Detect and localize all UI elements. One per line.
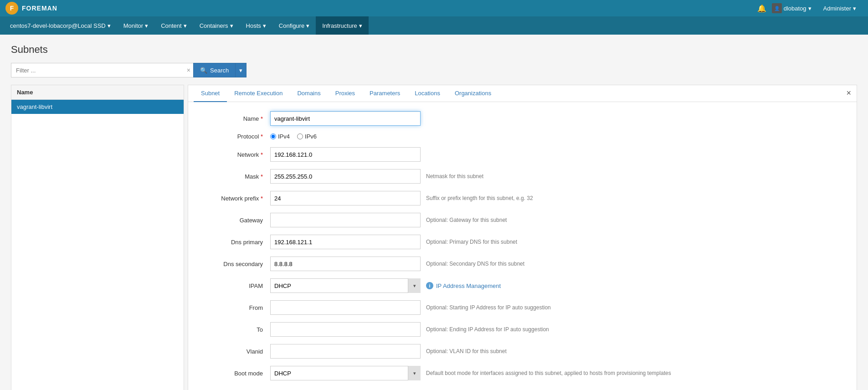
dns-primary-label: Dns primary: [202, 239, 270, 246]
vlanid-hint: Optional: VLAN ID for this subnet: [426, 348, 507, 354]
boot-mode-row: Boot mode DHCP Static ▾ Default boot mod…: [202, 366, 843, 380]
nav-chevron-hosts-icon: ▾: [263, 22, 266, 29]
search-dropdown-chevron-icon: ▾: [239, 67, 242, 74]
username-label: dlobatog: [784, 5, 806, 12]
boot-mode-hint: Default boot mode for interfaces assigne…: [426, 370, 671, 376]
nav-chevron-configure-icon: ▾: [306, 22, 309, 29]
dns-secondary-field[interactable]: [270, 257, 421, 271]
close-icon[interactable]: ×: [846, 89, 851, 97]
tab-remote-execution[interactable]: Remote Execution: [227, 85, 290, 102]
mask-field[interactable]: [270, 169, 421, 184]
name-label: Name: [202, 115, 270, 122]
from-hint: Optional: Starting IP Address for IP aut…: [426, 304, 551, 311]
nav-chevron-monitor-icon: ▾: [145, 22, 148, 29]
from-row: From Optional: Starting IP Address for I…: [202, 300, 843, 315]
clear-search-icon[interactable]: ×: [187, 67, 190, 74]
nav-chevron-content-icon: ▾: [184, 22, 187, 29]
top-bar-right: 🔔 👤 dlobatog ▾ Administer ▾: [757, 3, 863, 13]
left-panel: Name vagrant-libvirt: [11, 85, 184, 390]
network-field[interactable]: [270, 147, 421, 162]
tab-organizations[interactable]: Organizations: [447, 85, 498, 102]
boot-mode-select[interactable]: DHCP Static: [270, 366, 421, 380]
ipam-select[interactable]: DHCP None Random DB: [270, 278, 421, 293]
dns-secondary-label: Dns secondary: [202, 261, 270, 267]
ipam-info: i IP Address Management: [426, 282, 501, 289]
gateway-field[interactable]: [270, 213, 421, 227]
ipv6-radio-label[interactable]: IPv6: [297, 133, 317, 140]
boot-mode-label: Boot mode: [202, 370, 270, 377]
ipv6-label: IPv6: [305, 133, 317, 140]
protocol-label: Protocol: [202, 133, 270, 140]
network-prefix-label: Network prefix: [202, 195, 270, 202]
context-selector[interactable]: centos7-devel-lobacorp@Local SSD ▾: [4, 16, 117, 35]
ipv6-radio[interactable]: [297, 133, 303, 139]
dns-primary-field[interactable]: [270, 235, 421, 249]
nav-label-infrastructure: Infrastructure: [322, 22, 357, 29]
gateway-label: Gateway: [202, 217, 270, 224]
vlanid-label: Vlanid: [202, 348, 270, 355]
network-prefix-field[interactable]: [270, 191, 421, 205]
boot-mode-select-wrapper: DHCP Static ▾: [270, 366, 421, 380]
tab-proxies[interactable]: Proxies: [328, 85, 362, 102]
administer-menu[interactable]: Administer ▾: [817, 5, 863, 12]
search-bar: × 🔍 Search ▾: [11, 63, 857, 77]
user-menu[interactable]: 👤 dlobatog ▾: [772, 3, 812, 13]
name-row: Name: [202, 111, 843, 126]
avatar: 👤: [772, 3, 782, 13]
right-panel: × Subnet Remote Execution Domains Proxie…: [188, 85, 857, 390]
ipv4-label: IPv4: [278, 133, 290, 140]
ipv4-radio[interactable]: [270, 133, 276, 139]
mask-label: Mask: [202, 173, 270, 180]
nav-items: centos7-devel-lobacorp@Local SSD ▾ Monit…: [4, 16, 369, 35]
administer-chevron-icon: ▾: [853, 5, 856, 12]
from-field[interactable]: [270, 300, 421, 315]
dns-secondary-hint: Optional: Secondary DNS for this subnet: [426, 261, 524, 267]
nav-label-content: Content: [161, 22, 182, 29]
foreman-logo: F: [5, 2, 18, 15]
tab-domains[interactable]: Domains: [290, 85, 328, 102]
vlanid-row: Vlanid Optional: VLAN ID for this subnet: [202, 344, 843, 359]
ipam-link[interactable]: IP Address Management: [436, 282, 501, 289]
notification-bell-icon[interactable]: 🔔: [757, 4, 766, 13]
top-bar: F FOREMAN 🔔 👤 dlobatog ▾ Administer ▾: [0, 0, 868, 16]
ipv4-radio-label[interactable]: IPv4: [270, 133, 290, 140]
nav-item-hosts[interactable]: Hosts ▾: [240, 16, 272, 35]
nav-item-infrastructure[interactable]: Infrastructure ▾: [316, 16, 369, 35]
nav-label-monitor: Monitor: [123, 22, 143, 29]
nav-item-configure[interactable]: Configure ▾: [272, 16, 316, 35]
protocol-row: Protocol IPv4 IPv6: [202, 133, 843, 140]
nav-chevron-containers-icon: ▾: [230, 22, 233, 29]
dns-primary-hint: Optional: Primary DNS for this subnet: [426, 239, 517, 245]
to-label: To: [202, 326, 270, 333]
foreman-title: FOREMAN: [22, 5, 57, 12]
tab-locations[interactable]: Locations: [407, 85, 447, 102]
name-field[interactable]: [270, 111, 421, 126]
info-icon[interactable]: i: [426, 282, 433, 289]
mask-row: Mask Netmask for this subnet: [202, 169, 843, 184]
nav-chevron-infrastructure-icon: ▾: [359, 22, 362, 29]
to-field[interactable]: [270, 322, 421, 337]
nav-item-containers[interactable]: Containers ▾: [193, 16, 240, 35]
nav-item-monitor[interactable]: Monitor ▾: [117, 16, 154, 35]
nav-label-configure: Configure: [279, 22, 304, 29]
search-input[interactable]: [11, 63, 193, 77]
tab-subnet[interactable]: Subnet: [194, 85, 227, 102]
top-bar-left: F FOREMAN: [5, 2, 57, 15]
network-row: Network: [202, 147, 843, 162]
tab-parameters[interactable]: Parameters: [362, 85, 407, 102]
left-panel-header: Name: [11, 85, 184, 100]
user-chevron-icon: ▾: [808, 5, 812, 12]
vlanid-field[interactable]: [270, 344, 421, 359]
gateway-row: Gateway Optional: Gateway for this subne…: [202, 213, 843, 227]
logo-letter: F: [10, 5, 14, 12]
search-button-label: Search: [210, 67, 229, 74]
tabs: Subnet Remote Execution Domains Proxies …: [188, 85, 857, 102]
nav-item-content[interactable]: Content ▾: [154, 16, 193, 35]
list-item[interactable]: vagrant-libvirt: [11, 100, 184, 114]
search-button[interactable]: 🔍 Search: [193, 63, 236, 77]
search-dropdown-button[interactable]: ▾: [236, 63, 247, 77]
search-input-wrapper: ×: [11, 63, 193, 77]
context-chevron-icon: ▾: [108, 22, 111, 29]
search-icon: 🔍: [200, 67, 207, 74]
dns-primary-row: Dns primary Optional: Primary DNS for th…: [202, 235, 843, 249]
